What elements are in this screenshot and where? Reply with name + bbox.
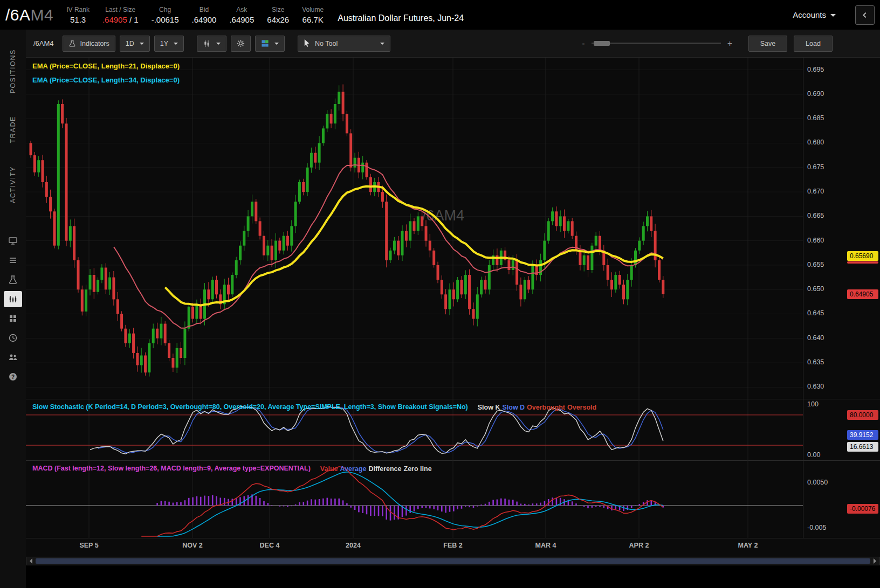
save-button[interactable]: Save — [748, 36, 787, 52]
sidebar-tab-positions[interactable]: POSITIONS — [9, 45, 17, 98]
stat-last-size: Last / Size .64905 / 1 — [102, 6, 139, 24]
sidebar-tab-trade[interactable]: TRADE — [9, 112, 17, 147]
stochastic-panel: Slow Stochastic (K Period=14, D Period=3… — [26, 399, 880, 461]
chart-stack: /6AM4 EMA (Price=CLOSE, Length=21, Displ… — [26, 58, 880, 565]
scroll-right-button[interactable] — [871, 557, 879, 565]
price-axis[interactable]: 0.6950.6900.6850.6800.6750.6700.6650.660… — [803, 58, 880, 399]
indicators-label: Indicators — [80, 40, 109, 47]
svg-text:?: ? — [11, 374, 15, 380]
axis-tick-label: 0.640 — [807, 334, 824, 342]
symbol-root: /6A — [5, 6, 31, 24]
stat-chg: Chg -.00615 — [152, 6, 179, 24]
stoch-legend-1: Slow D — [502, 404, 525, 411]
stat-value: 51.3 — [70, 15, 86, 24]
macd-legend: ValueAverageDifferenceZero line — [320, 464, 434, 473]
range-dropdown[interactable]: 1Y — [154, 36, 184, 52]
clock-icon[interactable] — [4, 330, 22, 346]
indicators-button[interactable]: Indicators — [63, 36, 115, 52]
beaker-icon[interactable] — [4, 272, 22, 288]
toolbar-symbol-label: /6AM4 — [33, 39, 54, 47]
charts-icon[interactable] — [4, 291, 22, 307]
stat-volume: Volume 66.7K — [302, 6, 324, 24]
collapse-panel-button[interactable] — [855, 5, 875, 25]
compare-grid-icon — [261, 39, 269, 47]
aggregation-value: 1D — [126, 40, 134, 47]
ema21-study-label[interactable]: EMA (Price=CLOSE, Length=21, Displace=0) — [32, 62, 180, 70]
x-axis-label: 2024 — [334, 542, 372, 549]
stat-value: .64900 — [192, 15, 217, 24]
chart-hscrollbar[interactable] — [26, 557, 880, 565]
macd-header: MACD (Fast length=12, Slow length=26, MA… — [32, 464, 434, 473]
last-price-bubble: 0.64905 — [847, 289, 878, 299]
price-chart-canvas[interactable]: /6AM4 — [26, 58, 803, 399]
compare-dropdown[interactable] — [255, 36, 285, 52]
stat-label: Last / Size — [105, 6, 135, 13]
list-icon[interactable] — [4, 252, 22, 268]
macd-legend-1: Average — [340, 465, 367, 473]
scrollbar-thumb[interactable] — [36, 558, 870, 564]
axis-tick-label: 0.675 — [807, 163, 824, 171]
axis-tick-label: 0.680 — [807, 139, 824, 146]
stat-value: 64x26 — [267, 15, 289, 24]
save-load-group: Save Load — [748, 36, 833, 52]
chevron-down-icon — [174, 43, 178, 47]
axis-tick-label: 0.660 — [807, 237, 824, 244]
accounts-menu[interactable]: Accounts — [793, 10, 836, 19]
x-axis-label: MAR 4 — [527, 542, 565, 549]
help-icon[interactable]: ? — [4, 369, 22, 385]
chart-workspace: /6AM4 Indicators 1D 1Y — [26, 30, 880, 588]
x-axis-label: FEB 2 — [434, 542, 472, 549]
sidebar-tab-activity[interactable]: ACTIVITY — [9, 162, 17, 207]
x-axis-label: SEP 5 — [70, 542, 108, 549]
stat-value: .64905 — [229, 15, 254, 24]
grid-icon[interactable] — [4, 310, 22, 327]
overbought-bubble: 80.0000 — [847, 410, 878, 420]
chevron-down-icon — [140, 43, 144, 47]
chevron-left-icon — [861, 11, 869, 19]
stoch-legend-2: Overbought — [527, 404, 565, 411]
zoom-slider-track[interactable] — [592, 43, 721, 44]
axis-tick-label: 0.655 — [807, 261, 824, 268]
people-icon[interactable] — [4, 349, 22, 365]
zoom-in-label[interactable]: + — [727, 39, 732, 49]
axis-tick-label: 0.0050 — [807, 479, 828, 486]
candlestick-style-icon — [203, 40, 211, 47]
chart-toolbar: /6AM4 Indicators 1D 1Y — [26, 30, 880, 58]
axis-tick-label: 100 — [807, 400, 819, 408]
stochastic-title[interactable]: Slow Stochastic (K Period=14, D Period=3… — [32, 403, 468, 411]
stoch-legend-3: Oversold — [567, 404, 596, 411]
header: /6AM4 IV Rank 51.3 Last / Size .64905 / … — [0, 0, 880, 30]
x-axis-label: APR 2 — [620, 542, 658, 549]
stat-value: 66.7K — [302, 15, 324, 24]
instrument-description: Australian Dollar Futures, Jun-24 — [338, 7, 464, 23]
ema34-study-label[interactable]: EMA (Price=CLOSE, Length=34, Displace=0) — [32, 76, 180, 84]
range-value: 1Y — [160, 40, 168, 47]
load-button[interactable]: Load — [794, 36, 833, 52]
monitor-icon[interactable] — [4, 233, 22, 249]
sidebar-icon-rail: ? — [4, 231, 22, 386]
zoom-slider-handle[interactable] — [594, 41, 610, 46]
stat-label: Ask — [236, 6, 247, 13]
axis-tick-label: 0.635 — [807, 358, 824, 366]
drawing-tool-dropdown[interactable]: No Tool — [298, 36, 390, 52]
axis-tick-label: 0.650 — [807, 285, 824, 293]
stochastic-header: Slow Stochastic (K Period=14, D Period=3… — [32, 402, 599, 412]
stochastic-axis[interactable]: 1000.0080.000039.915216.6613 — [803, 399, 880, 460]
chart-style-dropdown[interactable] — [197, 36, 226, 52]
scroll-left-button[interactable] — [26, 557, 35, 565]
stat-label: Bid — [200, 6, 209, 13]
macd-value-bubble: -0.00076 — [847, 504, 878, 514]
x-axis-label: NOV 2 — [174, 542, 211, 549]
chart-settings-button[interactable] — [231, 36, 251, 52]
stat-bid: Bid .64900 — [192, 6, 217, 24]
macd-title[interactable]: MACD (Fast length=12, Slow length=26, MA… — [32, 465, 311, 472]
macd-axis[interactable]: 0.0050-0.005-0.00076 — [803, 461, 880, 538]
axis-tick-label: 0.685 — [807, 114, 824, 122]
aggregation-dropdown[interactable]: 1D — [120, 36, 150, 52]
time-axis[interactable]: SEP 5NOV 2DEC 42024FEB 2MAR 4APR 2MAY 2 — [26, 538, 880, 554]
x-axis-label: DEC 4 — [251, 542, 288, 549]
axis-tick-label: 0.670 — [807, 188, 824, 195]
axis-tick-label: 0.00 — [807, 451, 820, 459]
zoom-out-label[interactable]: - — [582, 39, 585, 49]
zoom-control: - + — [582, 39, 732, 49]
